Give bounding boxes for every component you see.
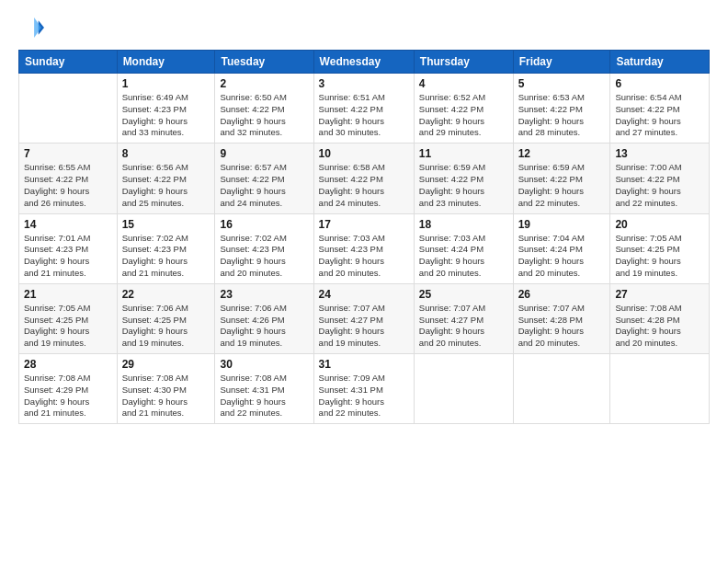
day-info: Sunrise: 7:08 AM Sunset: 4:30 PM Dayligh… [122, 373, 210, 419]
calendar-cell: 10Sunrise: 6:58 AM Sunset: 4:22 PM Dayli… [313, 144, 414, 213]
calendar-cell: 22Sunrise: 7:06 AM Sunset: 4:25 PM Dayli… [117, 283, 215, 353]
day-info: Sunrise: 6:52 AM Sunset: 4:22 PM Dayligh… [419, 92, 508, 139]
day-number: 10 [319, 147, 409, 160]
calendar-cell: 8Sunrise: 6:56 AM Sunset: 4:22 PM Daylig… [117, 144, 215, 213]
weekday-header-tuesday: Tuesday [215, 51, 313, 74]
day-number: 26 [518, 288, 606, 301]
weekday-header-wednesday: Wednesday [313, 51, 414, 74]
day-info: Sunrise: 7:07 AM Sunset: 4:27 PM Dayligh… [419, 303, 508, 350]
calendar-cell: 9Sunrise: 6:57 AM Sunset: 4:22 PM Daylig… [215, 144, 313, 213]
day-info: Sunrise: 7:02 AM Sunset: 4:23 PM Dayligh… [220, 233, 308, 280]
day-number: 28 [24, 358, 112, 371]
day-info: Sunrise: 7:03 AM Sunset: 4:23 PM Dayligh… [319, 233, 409, 280]
day-info: Sunrise: 6:57 AM Sunset: 4:22 PM Dayligh… [220, 162, 308, 209]
day-number: 4 [419, 77, 508, 90]
day-info: Sunrise: 6:59 AM Sunset: 4:22 PM Dayligh… [419, 162, 508, 209]
day-number: 18 [419, 218, 508, 231]
calendar-cell: 3Sunrise: 6:51 AM Sunset: 4:22 PM Daylig… [313, 74, 414, 144]
day-number: 21 [24, 288, 112, 301]
calendar-cell [610, 354, 710, 424]
calendar-cell: 4Sunrise: 6:52 AM Sunset: 4:22 PM Daylig… [414, 74, 513, 144]
week-row-4: 21Sunrise: 7:05 AM Sunset: 4:25 PM Dayli… [19, 283, 710, 353]
day-info: Sunrise: 7:08 AM Sunset: 4:29 PM Dayligh… [24, 373, 112, 419]
calendar-cell: 16Sunrise: 7:02 AM Sunset: 4:23 PM Dayli… [215, 213, 313, 283]
day-number: 13 [615, 147, 704, 160]
day-info: Sunrise: 6:59 AM Sunset: 4:22 PM Dayligh… [518, 162, 606, 209]
day-number: 25 [419, 288, 508, 301]
calendar-cell: 24Sunrise: 7:07 AM Sunset: 4:27 PM Dayli… [313, 283, 414, 353]
calendar-cell: 28Sunrise: 7:08 AM Sunset: 4:29 PM Dayli… [19, 354, 118, 424]
day-info: Sunrise: 6:56 AM Sunset: 4:22 PM Dayligh… [122, 162, 210, 209]
day-number: 16 [220, 218, 308, 231]
day-info: Sunrise: 7:02 AM Sunset: 4:23 PM Dayligh… [122, 233, 210, 280]
week-row-5: 28Sunrise: 7:08 AM Sunset: 4:29 PM Dayli… [19, 354, 710, 424]
weekday-header-row: SundayMondayTuesdayWednesdayThursdayFrid… [19, 51, 710, 74]
week-row-1: 1Sunrise: 6:49 AM Sunset: 4:23 PM Daylig… [19, 74, 710, 144]
day-info: Sunrise: 7:08 AM Sunset: 4:28 PM Dayligh… [615, 303, 704, 350]
day-number: 24 [319, 288, 409, 301]
day-number: 19 [518, 218, 606, 231]
day-info: Sunrise: 7:06 AM Sunset: 4:25 PM Dayligh… [122, 303, 210, 350]
calendar-cell: 1Sunrise: 6:49 AM Sunset: 4:23 PM Daylig… [117, 74, 215, 144]
day-info: Sunrise: 7:00 AM Sunset: 4:22 PM Dayligh… [615, 162, 704, 209]
day-info: Sunrise: 6:50 AM Sunset: 4:22 PM Dayligh… [220, 92, 308, 139]
logo [18, 15, 46, 40]
day-info: Sunrise: 7:06 AM Sunset: 4:26 PM Dayligh… [220, 303, 308, 350]
calendar-cell: 26Sunrise: 7:07 AM Sunset: 4:28 PM Dayli… [513, 283, 610, 353]
day-number: 17 [319, 218, 409, 231]
day-number: 22 [122, 288, 210, 301]
calendar-cell: 20Sunrise: 7:05 AM Sunset: 4:25 PM Dayli… [610, 213, 710, 283]
logo-icon [18, 15, 44, 40]
day-number: 1 [122, 77, 210, 90]
day-number: 2 [220, 77, 308, 90]
day-number: 23 [220, 288, 308, 301]
day-info: Sunrise: 6:54 AM Sunset: 4:22 PM Dayligh… [615, 92, 704, 139]
day-info: Sunrise: 7:07 AM Sunset: 4:28 PM Dayligh… [518, 303, 606, 350]
calendar: SundayMondayTuesdayWednesdayThursdayFrid… [18, 50, 710, 424]
day-info: Sunrise: 6:53 AM Sunset: 4:22 PM Dayligh… [518, 92, 606, 139]
calendar-cell: 25Sunrise: 7:07 AM Sunset: 4:27 PM Dayli… [414, 283, 513, 353]
page: SundayMondayTuesdayWednesdayThursdayFrid… [0, 0, 728, 563]
calendar-cell: 21Sunrise: 7:05 AM Sunset: 4:25 PM Dayli… [19, 283, 118, 353]
day-number: 14 [24, 218, 112, 231]
week-row-2: 7Sunrise: 6:55 AM Sunset: 4:22 PM Daylig… [19, 144, 710, 213]
calendar-cell: 15Sunrise: 7:02 AM Sunset: 4:23 PM Dayli… [117, 213, 215, 283]
day-number: 7 [24, 147, 112, 160]
day-info: Sunrise: 7:09 AM Sunset: 4:31 PM Dayligh… [319, 373, 409, 419]
day-info: Sunrise: 6:58 AM Sunset: 4:22 PM Dayligh… [319, 162, 409, 209]
svg-marker-1 [34, 17, 41, 38]
day-info: Sunrise: 7:05 AM Sunset: 4:25 PM Dayligh… [24, 303, 112, 350]
day-info: Sunrise: 7:08 AM Sunset: 4:31 PM Dayligh… [220, 373, 308, 419]
weekday-header-monday: Monday [117, 51, 215, 74]
calendar-cell: 17Sunrise: 7:03 AM Sunset: 4:23 PM Dayli… [313, 213, 414, 283]
calendar-cell: 6Sunrise: 6:54 AM Sunset: 4:22 PM Daylig… [610, 74, 710, 144]
calendar-cell: 23Sunrise: 7:06 AM Sunset: 4:26 PM Dayli… [215, 283, 313, 353]
day-info: Sunrise: 7:01 AM Sunset: 4:23 PM Dayligh… [24, 233, 112, 280]
calendar-cell: 5Sunrise: 6:53 AM Sunset: 4:22 PM Daylig… [513, 74, 610, 144]
day-number: 31 [319, 358, 409, 371]
day-number: 12 [518, 147, 606, 160]
weekday-header-saturday: Saturday [610, 51, 710, 74]
weekday-header-sunday: Sunday [19, 51, 118, 74]
calendar-cell [513, 354, 610, 424]
calendar-cell: 31Sunrise: 7:09 AM Sunset: 4:31 PM Dayli… [313, 354, 414, 424]
calendar-cell: 19Sunrise: 7:04 AM Sunset: 4:24 PM Dayli… [513, 213, 610, 283]
day-number: 29 [122, 358, 210, 371]
day-info: Sunrise: 7:07 AM Sunset: 4:27 PM Dayligh… [319, 303, 409, 350]
day-info: Sunrise: 7:05 AM Sunset: 4:25 PM Dayligh… [615, 233, 704, 280]
calendar-cell: 13Sunrise: 7:00 AM Sunset: 4:22 PM Dayli… [610, 144, 710, 213]
day-number: 15 [122, 218, 210, 231]
calendar-cell: 14Sunrise: 7:01 AM Sunset: 4:23 PM Dayli… [19, 213, 118, 283]
day-number: 5 [518, 77, 606, 90]
weekday-header-thursday: Thursday [414, 51, 513, 74]
day-info: Sunrise: 7:04 AM Sunset: 4:24 PM Dayligh… [518, 233, 606, 280]
calendar-cell: 11Sunrise: 6:59 AM Sunset: 4:22 PM Dayli… [414, 144, 513, 213]
week-row-3: 14Sunrise: 7:01 AM Sunset: 4:23 PM Dayli… [19, 213, 710, 283]
day-number: 30 [220, 358, 308, 371]
day-info: Sunrise: 6:51 AM Sunset: 4:22 PM Dayligh… [319, 92, 409, 139]
calendar-cell: 30Sunrise: 7:08 AM Sunset: 4:31 PM Dayli… [215, 354, 313, 424]
day-info: Sunrise: 6:55 AM Sunset: 4:22 PM Dayligh… [24, 162, 112, 209]
day-number: 3 [319, 77, 409, 90]
weekday-header-friday: Friday [513, 51, 610, 74]
calendar-cell: 18Sunrise: 7:03 AM Sunset: 4:24 PM Dayli… [414, 213, 513, 283]
